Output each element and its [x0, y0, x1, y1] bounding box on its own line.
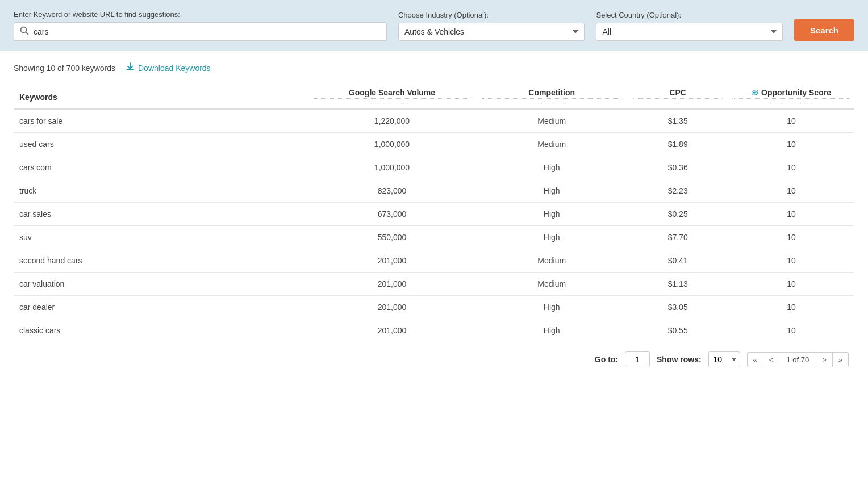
- cell-cpc: $0.55: [627, 319, 728, 342]
- keyword-input-wrapper[interactable]: [14, 22, 387, 41]
- table-row: used cars 1,000,000 Medium $1.89 10: [14, 133, 854, 156]
- cell-volume: 550,000: [308, 226, 476, 249]
- cell-opportunity: 10: [728, 249, 854, 273]
- goto-label: Go to:: [595, 355, 618, 364]
- results-header: Showing 10 of 700 keywords Download Keyw…: [14, 62, 854, 73]
- cell-opportunity: 10: [728, 133, 854, 156]
- download-keywords-label: Download Keywords: [138, 64, 211, 73]
- goto-input[interactable]: [625, 351, 650, 367]
- showing-text: Showing 10 of 700 keywords: [14, 64, 115, 73]
- cell-volume: 201,000: [308, 249, 476, 273]
- cell-competition: High: [476, 296, 627, 319]
- col-competition-subtext: ··············: [482, 98, 621, 106]
- table-row: truck 823,000 High $2.23 10: [14, 179, 854, 203]
- cell-keyword: car valuation: [14, 273, 308, 296]
- cell-competition: High: [476, 319, 627, 342]
- table-row: car sales 673,000 High $0.25 10: [14, 203, 854, 226]
- keywords-table: Keywords Google Search Volume ··········…: [14, 83, 854, 342]
- col-header-cpc: CPC ····: [627, 83, 728, 109]
- col-header-opportunity: ≋ Opportunity Score ····················: [728, 83, 854, 109]
- svg-line-1: [26, 32, 28, 35]
- cell-keyword: truck: [14, 179, 308, 203]
- cell-cpc: $1.13: [627, 273, 728, 296]
- last-page-button[interactable]: »: [833, 353, 848, 367]
- keyword-input[interactable]: [34, 27, 381, 36]
- cell-cpc: $2.23: [627, 179, 728, 203]
- cell-competition: High: [476, 203, 627, 226]
- col-cpc-subtext: ····: [633, 98, 723, 106]
- cell-volume: 201,000: [308, 296, 476, 319]
- download-icon: [126, 62, 135, 73]
- cell-volume: 1,220,000: [308, 109, 476, 133]
- showrows-select[interactable]: 10 25 50 100: [708, 351, 740, 367]
- cell-keyword: suv: [14, 226, 308, 249]
- cell-opportunity: 10: [728, 273, 854, 296]
- table-row: second hand cars 201,000 Medium $0.41 10: [14, 249, 854, 273]
- showrows-label: Show rows:: [657, 355, 702, 364]
- keyword-search-group: Enter Keyword or website URL to find sug…: [14, 10, 387, 41]
- table-body: cars for sale 1,220,000 Medium $1.35 10 …: [14, 109, 854, 342]
- cell-keyword: cars for sale: [14, 109, 308, 133]
- cell-competition: Medium: [476, 133, 627, 156]
- cell-opportunity: 10: [728, 156, 854, 179]
- search-bar-area: Enter Keyword or website URL to find sug…: [0, 0, 868, 51]
- cell-keyword: cars com: [14, 156, 308, 179]
- cell-opportunity: 10: [728, 296, 854, 319]
- keyword-label: Enter Keyword or website URL to find sug…: [14, 10, 387, 19]
- cell-volume: 673,000: [308, 203, 476, 226]
- col-header-competition: Competition ··············: [476, 83, 627, 109]
- cell-cpc: $3.05: [627, 296, 728, 319]
- table-row: classic cars 201,000 High $0.55 10: [14, 319, 854, 342]
- main-content: Showing 10 of 700 keywords Download Keyw…: [0, 51, 868, 382]
- cell-cpc: $0.41: [627, 249, 728, 273]
- cell-keyword: classic cars: [14, 319, 308, 342]
- cell-competition: High: [476, 226, 627, 249]
- cell-cpc: $0.36: [627, 156, 728, 179]
- cell-cpc: $7.70: [627, 226, 728, 249]
- industry-label: Choose Industry (Optional):: [398, 11, 585, 19]
- prev-page-button[interactable]: <: [763, 353, 780, 367]
- col-header-keyword: Keywords: [14, 83, 308, 109]
- next-page-button[interactable]: >: [816, 353, 833, 367]
- cell-volume: 201,000: [308, 319, 476, 342]
- industry-select[interactable]: Autos & Vehicles All Industries Business…: [398, 23, 585, 41]
- search-button[interactable]: Search: [794, 19, 854, 41]
- cell-keyword: car sales: [14, 203, 308, 226]
- cell-opportunity: 10: [728, 203, 854, 226]
- cell-keyword: second hand cars: [14, 249, 308, 273]
- cell-competition: High: [476, 156, 627, 179]
- table-row: car valuation 201,000 Medium $1.13 10: [14, 273, 854, 296]
- cell-volume: 201,000: [308, 273, 476, 296]
- cell-opportunity: 10: [728, 319, 854, 342]
- first-page-button[interactable]: «: [748, 353, 763, 367]
- cell-volume: 823,000: [308, 179, 476, 203]
- wave-icon: ≋: [752, 88, 758, 97]
- cell-competition: Medium: [476, 249, 627, 273]
- cell-cpc: $1.35: [627, 109, 728, 133]
- pagination-row: Go to: Show rows: 10 25 50 100 « < 1 of …: [14, 342, 854, 371]
- col-volume-subtext: ····················: [314, 98, 470, 106]
- table-row: cars for sale 1,220,000 Medium $1.35 10: [14, 109, 854, 133]
- download-keywords-link[interactable]: Download Keywords: [126, 62, 211, 73]
- country-group: Select Country (Optional): All United St…: [596, 11, 782, 41]
- cell-opportunity: 10: [728, 179, 854, 203]
- page-info: 1 of 70: [779, 353, 816, 367]
- cell-opportunity: 10: [728, 226, 854, 249]
- cell-competition: Medium: [476, 273, 627, 296]
- cell-volume: 1,000,000: [308, 156, 476, 179]
- cell-opportunity: 10: [728, 109, 854, 133]
- col-header-volume: Google Search Volume ···················…: [308, 83, 476, 109]
- country-label: Select Country (Optional):: [596, 11, 782, 19]
- cell-cpc: $0.25: [627, 203, 728, 226]
- cell-keyword: car dealer: [14, 296, 308, 319]
- search-icon: [20, 26, 29, 37]
- table-row: cars com 1,000,000 High $0.36 10: [14, 156, 854, 179]
- table-row: suv 550,000 High $7.70 10: [14, 226, 854, 249]
- cell-keyword: used cars: [14, 133, 308, 156]
- country-select[interactable]: All United States United Kingdom Canada …: [596, 23, 782, 41]
- table-header-row: Keywords Google Search Volume ··········…: [14, 83, 854, 109]
- cell-cpc: $1.89: [627, 133, 728, 156]
- cell-competition: High: [476, 179, 627, 203]
- industry-group: Choose Industry (Optional): Autos & Vehi…: [398, 11, 585, 41]
- cell-volume: 1,000,000: [308, 133, 476, 156]
